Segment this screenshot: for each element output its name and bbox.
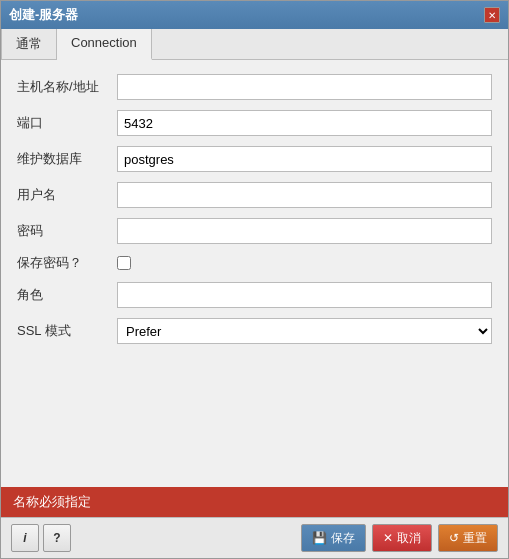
input-username[interactable] (117, 182, 492, 208)
tab-bar: 通常 Connection (1, 29, 508, 60)
field-row-password: 密码 (17, 218, 492, 244)
close-button[interactable]: ✕ (484, 7, 500, 23)
field-row-role: 角色 (17, 282, 492, 308)
reset-button[interactable]: ↺ 重置 (438, 524, 498, 552)
window-title: 创建-服务器 (9, 6, 78, 24)
required-label-hostname: 主机名称/地址 (17, 79, 99, 94)
dialog-window: 创建-服务器 ✕ 通常 Connection 主机名称/地址 端口 维护数据库 (0, 0, 509, 559)
button-bar: i ? 💾 保存 ✕ 取消 ↺ 重置 (1, 517, 508, 558)
label-password: 密码 (17, 222, 117, 240)
input-hostname[interactable] (117, 74, 492, 100)
required-label-username: 用户名 (17, 187, 56, 202)
reset-icon: ↺ (449, 531, 459, 545)
cancel-icon: ✕ (383, 531, 393, 545)
field-row-hostname: 主机名称/地址 (17, 74, 492, 100)
cancel-label: 取消 (397, 530, 421, 547)
label-role: 角色 (17, 286, 117, 304)
cancel-button[interactable]: ✕ 取消 (372, 524, 432, 552)
input-port[interactable] (117, 110, 492, 136)
label-sslmode: SSL 模式 (17, 322, 117, 340)
info-button[interactable]: i (11, 524, 39, 552)
label-savepassword: 保存密码？ (17, 254, 117, 272)
save-label: 保存 (331, 530, 355, 547)
field-row-sslmode: SSL 模式 Allow Disable Prefer Require Veri… (17, 318, 492, 344)
title-bar: 创建-服务器 ✕ (1, 1, 508, 29)
tab-general[interactable]: 通常 (1, 29, 57, 59)
tab-connection[interactable]: Connection (57, 29, 152, 60)
field-row-savepassword: 保存密码？ (17, 254, 492, 272)
label-maindb: 维护数据库 (17, 150, 117, 168)
form-area: 主机名称/地址 端口 维护数据库 用户名 密码 (1, 60, 508, 487)
label-username: 用户名 (17, 186, 117, 204)
input-password[interactable] (117, 218, 492, 244)
select-sslmode[interactable]: Allow Disable Prefer Require Verify-CA V… (117, 318, 492, 344)
save-button[interactable]: 💾 保存 (301, 524, 366, 552)
checkbox-wrapper-savepassword (117, 256, 131, 270)
label-hostname: 主机名称/地址 (17, 78, 117, 96)
required-label-password: 密码 (17, 223, 43, 238)
field-row-username: 用户名 (17, 182, 492, 208)
status-message: 名称必须指定 (13, 494, 91, 509)
button-group-right: 💾 保存 ✕ 取消 ↺ 重置 (301, 524, 498, 552)
status-bar: 名称必须指定 (1, 487, 508, 517)
help-button[interactable]: ? (43, 524, 71, 552)
reset-label: 重置 (463, 530, 487, 547)
checkbox-savepassword[interactable] (117, 256, 131, 270)
input-maindb[interactable] (117, 146, 492, 172)
input-role[interactable] (117, 282, 492, 308)
field-row-maindb: 维护数据库 (17, 146, 492, 172)
save-icon: 💾 (312, 531, 327, 545)
button-group-left: i ? (11, 524, 71, 552)
field-row-port: 端口 (17, 110, 492, 136)
label-port: 端口 (17, 114, 117, 132)
